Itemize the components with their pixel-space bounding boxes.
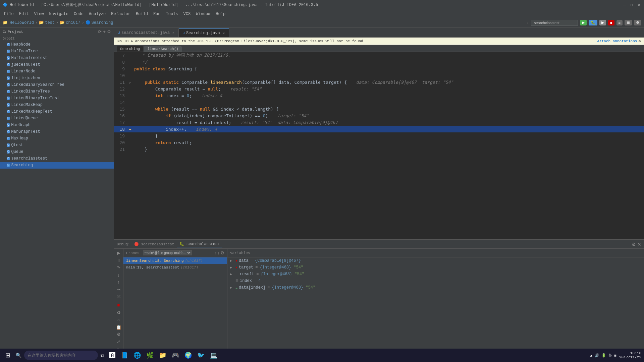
breadcrumb-searching[interactable]: Searching bbox=[92, 20, 113, 25]
get-thread-dump-btn[interactable]: 📋 bbox=[115, 324, 122, 330]
var-target[interactable]: ▶ ● target = {Integer@468} "54" bbox=[227, 264, 644, 271]
sidebar-item-searchclasstest[interactable]: Csearchclasstest bbox=[0, 155, 114, 162]
taskbar-icon-8[interactable]: 🐦 bbox=[195, 350, 207, 361]
sidebar-add-btn[interactable]: + bbox=[103, 29, 106, 34]
debug-settings-btn[interactable]: ⚙ bbox=[632, 242, 636, 247]
stop-debug-btn[interactable]: ■ bbox=[115, 302, 122, 308]
taskbar-search-input[interactable] bbox=[24, 351, 98, 360]
sidebar-item-linearnode[interactable]: CLinearNode bbox=[0, 68, 114, 75]
taskbar-icon-4[interactable]: 🌿 bbox=[144, 350, 156, 361]
run-config-input[interactable] bbox=[531, 20, 578, 26]
settings-debug-btn[interactable]: ⚙ bbox=[115, 331, 122, 338]
hot-reload-btn[interactable]: ♻ bbox=[115, 310, 122, 316]
breadcrumb-test[interactable]: test bbox=[45, 20, 55, 25]
sidebar-item-searching[interactable]: CSearching bbox=[0, 162, 114, 169]
sidebar-sync-btn[interactable]: ⟳ bbox=[98, 29, 102, 34]
evaluate-btn[interactable]: ⌘ bbox=[115, 294, 122, 300]
taskbar-icon-1[interactable]: 🅰 bbox=[107, 350, 118, 361]
extra-btn3[interactable]: ⚙ bbox=[634, 20, 641, 25]
sidebar-item-linkedbinarytreetest[interactable]: CLinkedBinaryTreeTest bbox=[0, 95, 114, 102]
menu-view[interactable]: View bbox=[32, 11, 47, 17]
sidebar-item-linkedmaxheaptest[interactable]: CLinkedMaxHeapTest bbox=[0, 108, 114, 115]
frame-settings-btn[interactable]: ⚙ bbox=[220, 250, 224, 255]
annotation-gear-icon[interactable]: ⚙ bbox=[638, 39, 641, 43]
taskbar-icon-5[interactable]: 📁 bbox=[156, 350, 169, 361]
pause-btn[interactable]: ⏸ bbox=[115, 257, 122, 263]
method-tab-linearsearch[interactable]: linearSearch() bbox=[144, 46, 181, 52]
sidebar-item-linkedbinarysearchtree[interactable]: CLinkedBinarySearchTree bbox=[0, 81, 114, 88]
taskbar-icon-7[interactable]: 🌍 bbox=[182, 350, 195, 361]
menu-analyze[interactable]: Analyze bbox=[86, 11, 108, 17]
attach-annotations-link[interactable]: Attach annotations bbox=[597, 39, 637, 43]
sidebar-item-qtest[interactable]: CQtest bbox=[0, 142, 114, 148]
debug-button[interactable]: 🐛 bbox=[589, 20, 597, 25]
taskbar-icon-2[interactable]: 📘 bbox=[118, 350, 131, 361]
step-over-btn[interactable]: ↷ bbox=[115, 264, 122, 270]
mute-breakpoints-btn[interactable]: ○ bbox=[115, 317, 122, 323]
menu-navigate[interactable]: Navigate bbox=[46, 11, 71, 17]
search-button[interactable]: 🔍 bbox=[13, 350, 24, 361]
sidebar-item-jueceshutest[interactable]: CjueceshuTest bbox=[0, 61, 114, 68]
sidebar-settings-btn[interactable]: ⚙ bbox=[107, 29, 111, 34]
code-editor[interactable]: 7 * Created by 神国七律 on 2017/11/6. 8 */ 9… bbox=[114, 52, 644, 239]
var-result[interactable]: ▶ ☰ result = {Integer@468} "54" bbox=[227, 271, 644, 278]
sidebar-item-queue[interactable]: CQueue bbox=[0, 148, 114, 155]
stop-button[interactable]: ■ bbox=[608, 20, 614, 25]
frame-item-main[interactable]: main:13, searchclasstest (ch1617) bbox=[123, 264, 227, 271]
expand-icon-dataindex[interactable]: ▶ bbox=[230, 286, 234, 290]
sidebar-item-huffmantree[interactable]: CHuffmanTree bbox=[0, 48, 114, 55]
tab-close-2[interactable]: ✕ bbox=[223, 31, 225, 35]
taskbar-icon-3[interactable]: 🌐 bbox=[131, 350, 144, 361]
menu-refactor[interactable]: Refactor bbox=[108, 11, 133, 17]
run-to-cursor-btn[interactable]: ⇥ bbox=[115, 287, 122, 293]
debug-tab-1[interactable]: 🔴 searchclasstest bbox=[131, 241, 177, 247]
var-index[interactable]: ▶ ☰ index = 4 bbox=[227, 278, 644, 284]
tab-searchclasstest[interactable]: J searchclasstest.java ✕ bbox=[114, 28, 179, 37]
frames-thread-select[interactable]: *main*@1 in group 'main':... bbox=[143, 250, 192, 255]
sidebar-item-linjiejuzhen[interactable]: Clinjiejuzhen bbox=[0, 75, 114, 81]
sidebar-item-maxheap[interactable]: CMaxHeap bbox=[0, 135, 114, 142]
sidebar-item-linkedqueue[interactable]: CLinkedQueue bbox=[0, 115, 114, 122]
frame-down-btn[interactable]: ↓ bbox=[217, 250, 220, 255]
maximize-button[interactable]: □ bbox=[629, 3, 634, 7]
expand-icon-target[interactable]: ▶ bbox=[230, 265, 234, 269]
menu-build[interactable]: Build bbox=[133, 11, 151, 17]
menu-help[interactable]: Help bbox=[213, 11, 228, 17]
tab-close-1[interactable]: ✕ bbox=[172, 31, 174, 35]
sidebar-item-huffmantreetest[interactable]: CHuffmanTreeTest bbox=[0, 55, 114, 61]
debug-close-btn[interactable]: ✕ bbox=[637, 242, 641, 247]
minimize-button[interactable]: ─ bbox=[622, 3, 627, 7]
method-tab-searching[interactable]: Searching bbox=[117, 46, 143, 52]
frame-item-linearsearch[interactable]: linearSearch:18, Searching (ch1617) bbox=[123, 257, 227, 264]
menu-window[interactable]: Window bbox=[193, 11, 213, 17]
breadcrumb-helloworld[interactable]: HelloWorld bbox=[10, 20, 34, 25]
sidebar-item-margraph[interactable]: CMarGraph bbox=[0, 122, 114, 128]
sidebar-item-linkedmaxheap[interactable]: CLinkedMaxHeap bbox=[0, 102, 114, 108]
var-data[interactable]: ▶ ● data = {Comparable[9]@467} bbox=[227, 257, 644, 264]
extra-btn1[interactable]: ≡ bbox=[616, 20, 623, 25]
frame-up-btn[interactable]: ↑ bbox=[215, 250, 217, 255]
step-into-btn[interactable]: ↓ bbox=[115, 272, 122, 278]
var-dataindex[interactable]: ▶ ☁ data[index] = {Integer@468} "54" bbox=[227, 284, 644, 291]
taskbar-icon-9[interactable]: 💻 bbox=[207, 350, 220, 361]
sidebar-item-linkedbinarytree[interactable]: CLinkedBinaryTree bbox=[0, 88, 114, 95]
close-button[interactable]: ✕ bbox=[637, 3, 641, 7]
taskbar-icon-6[interactable]: 🎮 bbox=[169, 350, 182, 361]
menu-code[interactable]: Code bbox=[71, 11, 86, 17]
step-out-btn[interactable]: ↑ bbox=[115, 279, 122, 285]
tab-searching[interactable]: J Searching.java ✕ bbox=[179, 28, 229, 37]
breadcrumb-ch1617[interactable]: ch1617 bbox=[66, 20, 80, 25]
start-button[interactable]: ⊞ bbox=[3, 350, 13, 361]
menu-vcs[interactable]: VCS bbox=[181, 11, 194, 17]
task-view-btn[interactable]: ⧉ bbox=[98, 350, 107, 361]
run-button[interactable]: ▶ bbox=[580, 20, 587, 25]
menu-file[interactable]: File bbox=[1, 11, 16, 17]
expand-icon-result[interactable]: ▶ bbox=[230, 272, 234, 276]
menu-tools[interactable]: Tools bbox=[163, 11, 181, 17]
expand-icon-data[interactable]: ▶ bbox=[230, 259, 234, 263]
restore-layout-btn[interactable]: ⤢ bbox=[115, 339, 122, 345]
extra-btn2[interactable]: ☰ bbox=[625, 20, 632, 25]
menu-run[interactable]: Run bbox=[151, 11, 163, 17]
debug-tab-2[interactable]: 🐛 searchclasstest bbox=[177, 241, 222, 247]
sidebar-item-margraphtest[interactable]: CMarGraphTest bbox=[0, 128, 114, 135]
